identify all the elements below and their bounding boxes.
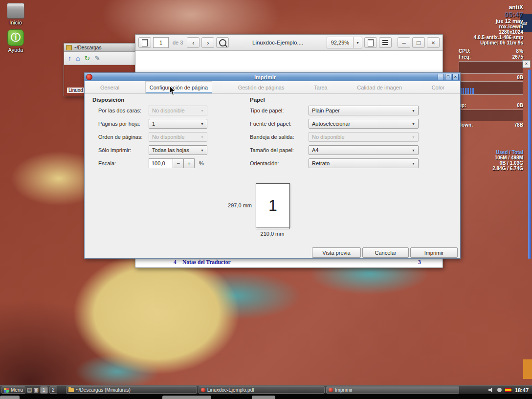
network-graph xyxy=(459,81,523,95)
qpdfview-icon xyxy=(86,74,92,80)
page-number-input[interactable]: 1 xyxy=(153,37,169,48)
tab-general[interactable]: General xyxy=(96,81,123,93)
zoom-select[interactable]: 92,29% ▼ xyxy=(327,37,362,48)
desktop-icon-ayuda[interactable]: ⓘ Ayuda xyxy=(3,29,28,53)
page-order-label: Orden de páginas: xyxy=(98,134,149,140)
thumbnails-button[interactable] xyxy=(138,37,151,48)
paper-size-dropdown[interactable]: A4 ▼ xyxy=(309,145,419,155)
chevron-down-icon: ▼ xyxy=(412,122,415,126)
tab-calidad-de-imagen[interactable]: Calidad de imagen xyxy=(353,81,406,93)
edge-close-button[interactable]: × xyxy=(522,60,531,68)
paper-type-dropdown[interactable]: Plain Paper ▼ xyxy=(309,106,419,115)
up-icon[interactable]: ↑ xyxy=(68,54,71,62)
toc-entry: 4 Notas del Traductor 3 xyxy=(135,259,431,266)
search-button[interactable] xyxy=(216,37,229,48)
orientation-dropdown[interactable]: Retrato ▼ xyxy=(309,158,419,168)
page-icon xyxy=(142,39,148,46)
print-dialog: Imprimir – □ × General Configuración de … xyxy=(84,72,461,259)
volume-icon[interactable] xyxy=(488,387,494,393)
edit-icon[interactable]: ✎ xyxy=(94,54,100,62)
tab-configuracion-de-pagina[interactable]: Configuración de página xyxy=(145,81,212,93)
screen-edge-artifact xyxy=(162,396,211,399)
task-pdf[interactable]: Linuxdoc-Ejemplo.pdf xyxy=(199,386,325,394)
home-icon[interactable]: ⌂ xyxy=(76,54,80,62)
page-icon xyxy=(368,39,374,46)
scale-input[interactable]: 100,0 xyxy=(149,158,173,168)
window-list-icon[interactable]: ▤ xyxy=(27,387,32,393)
paper-source-dropdown[interactable]: Autoseleccionar ▼ xyxy=(309,119,419,129)
tab-gestion-de-paginas[interactable]: Gestión de páginas xyxy=(234,81,288,93)
system-tray: 18:47 xyxy=(488,387,531,393)
refresh-icon[interactable]: ↻ xyxy=(84,54,90,62)
scale-minus-button[interactable]: − xyxy=(173,158,184,168)
chevron-down-icon: ▼ xyxy=(412,149,415,152)
upload-graph xyxy=(459,110,523,121)
minimize-button[interactable]: – xyxy=(438,74,444,80)
scale-label: Escala: xyxy=(98,160,149,166)
help-icon: ⓘ xyxy=(7,29,24,46)
print-only-dropdown[interactable]: Todas las hojas ▼ xyxy=(149,145,207,155)
preview-button[interactable]: Vista previa xyxy=(312,247,361,258)
width-bracket xyxy=(256,227,290,229)
layout-section-header: Disposición xyxy=(92,97,124,103)
inicio-icon xyxy=(7,3,24,19)
output-tray-dropdown[interactable]: No disponible ▼ xyxy=(309,132,419,142)
tab-tarea[interactable]: Tarea xyxy=(310,81,332,93)
screen-edge-artifact xyxy=(0,396,20,399)
chevron-down-icon: ▼ xyxy=(412,162,415,165)
conky-uptime: Uptime: 0h 11m 9s xyxy=(459,40,523,45)
cpu-value: 8% xyxy=(516,48,523,54)
maximize-button[interactable]: □ xyxy=(445,74,451,80)
menu-icon xyxy=(4,388,9,393)
cancel-button[interactable]: Cancelar xyxy=(362,247,409,258)
conky-resolution: 1280x1024 xyxy=(459,29,523,35)
print-button[interactable]: Imprimir xyxy=(410,247,458,258)
close-button[interactable]: × xyxy=(452,74,459,80)
file-label[interactable]: Linuxd xyxy=(67,88,84,93)
maximize-button[interactable]: □ xyxy=(412,37,425,48)
file-manager-titlebar[interactable]: ~/Descargas xyxy=(64,44,137,52)
keyboard-layout-flag-icon[interactable] xyxy=(505,388,512,393)
file-manager-title: ~/Descargas xyxy=(74,45,101,50)
print-dialog-title: Imprimir xyxy=(93,74,437,80)
page-order-dropdown[interactable]: No disponible ▼ xyxy=(149,132,207,142)
workspace-2-button[interactable]: 2 xyxy=(49,386,57,394)
print-only-label: Sólo imprimir: xyxy=(98,147,149,153)
print-dialog-titlebar[interactable]: Imprimir – □ × xyxy=(85,73,460,81)
chevron-down-icon: ▼ xyxy=(200,149,204,152)
duplex-dropdown[interactable]: No disponible ▼ xyxy=(149,106,207,115)
pages-per-sheet-label: Páginas por hoja: xyxy=(98,121,149,127)
close-button[interactable]: × xyxy=(427,37,440,48)
next-page-button[interactable]: › xyxy=(201,37,214,48)
minimize-button[interactable]: – xyxy=(398,37,410,48)
tray-icon[interactable] xyxy=(497,388,502,392)
search-icon xyxy=(219,39,226,46)
conky-date: jue 12 may xyxy=(459,18,523,24)
show-desktop-icon[interactable]: ▣ xyxy=(33,387,38,393)
desktop-icon-label: Ayuda xyxy=(3,47,28,53)
paper-section-header: Papel xyxy=(250,97,265,103)
paper-type-label: Tipo de papel: xyxy=(250,108,309,113)
conky-distro: antiX xyxy=(459,4,523,11)
pages-per-sheet-dropdown[interactable]: 1 ▼ xyxy=(149,119,207,129)
scale-plus-button[interactable]: + xyxy=(184,158,195,168)
desktop-icon-inicio[interactable]: Inicio xyxy=(3,3,28,25)
chevron-down-icon: ▼ xyxy=(200,109,204,112)
desktop: Inicio ⓘ Ayuda har × antiX 05:47 jue 12 … xyxy=(0,0,532,399)
tab-color[interactable]: Color xyxy=(428,81,448,93)
edge-artifact xyxy=(523,359,532,379)
desktop-icon-label: Inicio xyxy=(3,20,28,25)
edge-scrollbar[interactable] xyxy=(528,69,531,259)
disk-value: 2.84G / 6.74G xyxy=(459,166,523,171)
qpdfview-icon xyxy=(329,388,333,392)
workspace-1-button[interactable]: 1 xyxy=(40,386,48,394)
previous-page-button[interactable]: ‹ xyxy=(187,37,200,48)
task-imprimir[interactable]: Imprimir xyxy=(326,386,459,394)
taskbar: Menu ▤ ▣ 1 2 ~/Descargas (Miniaturas) Li… xyxy=(0,385,532,394)
task-descargas[interactable]: ~/Descargas (Miniaturas) xyxy=(66,386,197,394)
menu-button[interactable]: Menu xyxy=(1,386,25,394)
menu-button[interactable] xyxy=(379,37,392,48)
pdf-toolbar: 1 de 3 ‹ › Linuxdoc-Ejemplo.... 92,29% ▼… xyxy=(135,35,443,51)
cpu-graph xyxy=(459,61,523,74)
fit-page-button[interactable] xyxy=(364,37,377,48)
